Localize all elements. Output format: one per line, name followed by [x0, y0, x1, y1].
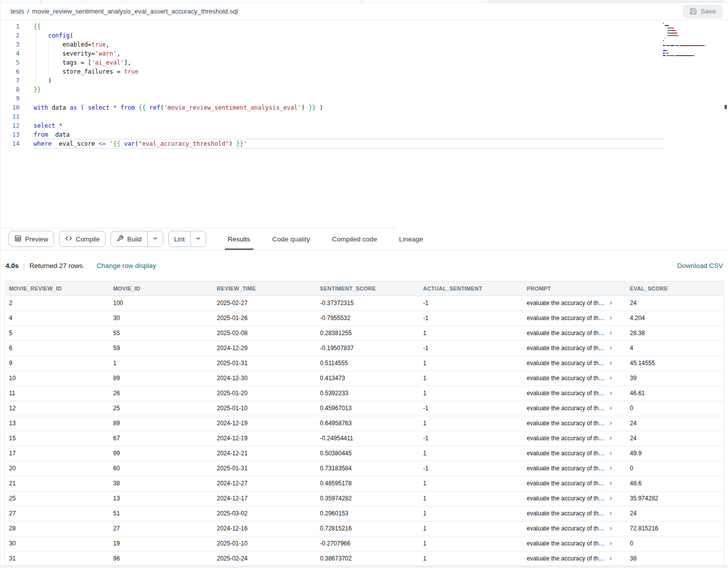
command-buttons: Preview Compile Build [1, 231, 206, 247]
table-cell: 2024-12-19 [213, 416, 316, 431]
table-cell: 2025-01-20 [213, 386, 316, 401]
build-dropdown-toggle[interactable] [148, 231, 163, 246]
build-button-label: Build [127, 235, 142, 243]
code-line[interactable]: 6 store_failures = true [1, 67, 728, 76]
chevron-right-icon[interactable] [608, 526, 613, 531]
code-line[interactable]: 2 config( [1, 31, 728, 40]
table-cell: 26 [109, 386, 213, 401]
results-table: MOVIE_REVIEW_IDMOVIE_IDREVIEW_TIMESENTIM… [5, 281, 724, 565]
table-cell: 13 [5, 416, 109, 431]
breadcrumb: tests / movie_review_sentiment_analysis_… [11, 8, 238, 15]
code-line[interactable]: 8}} [1, 85, 728, 94]
lint-button[interactable]: Lint [169, 231, 190, 246]
code-line[interactable]: 10with data as ( select * from {{ ref('m… [1, 103, 728, 112]
code-line[interactable]: 14where eval_score <= '{{ var("eval_accu… [1, 139, 728, 148]
chevron-right-icon[interactable] [608, 346, 613, 351]
chevron-right-icon[interactable] [608, 301, 613, 306]
chevron-right-icon[interactable] [608, 481, 613, 486]
table-cell: -1 [419, 341, 523, 356]
minimap[interactable] [663, 23, 722, 58]
prompt-cell[interactable]: evaluate the accuracy of the res… [523, 371, 626, 386]
table-cell: 0.28381255 [316, 326, 419, 341]
code-line[interactable]: 12select * [1, 121, 728, 130]
code-line[interactable]: 9 [1, 94, 728, 103]
table-cell: 0.48595178 [316, 476, 419, 491]
tab-results[interactable]: Results [217, 228, 261, 250]
prompt-cell[interactable]: evaluate the accuracy of the res… [523, 431, 626, 446]
prompt-cell[interactable]: evaluate the accuracy of the res… [523, 461, 626, 476]
chevron-right-icon[interactable] [608, 361, 613, 366]
breadcrumb-folder: tests [11, 8, 24, 15]
code-line[interactable]: 1{{ [1, 22, 728, 31]
prompt-cell[interactable]: evaluate the accuracy of the res… [523, 551, 626, 565]
chevron-right-icon[interactable] [608, 436, 613, 441]
table-cell: 2025-01-10 [213, 536, 316, 551]
code-line[interactable]: 5 tags = ['ai_eval'], [1, 58, 728, 67]
prompt-cell[interactable]: evaluate the accuracy of the res… [523, 536, 626, 551]
prompt-cell[interactable]: evaluate the accuracy of the res… [523, 476, 626, 491]
code-line[interactable]: 7 ) [1, 76, 728, 85]
code-line-text: config( [34, 31, 74, 40]
prompt-cell[interactable]: evaluate the accuracy of the res… [523, 356, 626, 371]
chevron-right-icon[interactable] [608, 511, 613, 516]
code-line[interactable]: 4 severity='warn', [1, 49, 728, 58]
chevron-right-icon[interactable] [608, 391, 613, 396]
table-cell: 2024-12-21 [213, 446, 316, 461]
line-number: 10 [1, 103, 20, 112]
compile-button[interactable]: Compile [59, 231, 106, 247]
prompt-text: evaluate the accuracy of the res… [527, 300, 605, 307]
prompt-cell[interactable]: evaluate the accuracy of the res… [523, 341, 626, 356]
chevron-right-icon[interactable] [608, 421, 613, 426]
code-line[interactable]: 11 [1, 112, 728, 121]
prompt-cell[interactable]: evaluate the accuracy of the res… [523, 296, 626, 311]
chevron-right-icon[interactable] [608, 556, 613, 561]
table-cell: 27 [109, 521, 213, 536]
prompt-cell[interactable]: evaluate the accuracy of the res… [523, 521, 626, 536]
table-cell: 24 [626, 296, 723, 311]
lint-dropdown-toggle[interactable] [191, 231, 206, 246]
prompt-cell[interactable]: evaluate the accuracy of the res… [523, 506, 626, 521]
tab-compiled-code[interactable]: Compiled code [321, 228, 388, 250]
horizontal-scrollbar-track[interactable] [1, 565, 728, 568]
prompt-cell[interactable]: evaluate the accuracy of the res… [523, 401, 626, 416]
results-tabs: ResultsCode qualityCompiled codeLineage [217, 228, 434, 250]
prompt-cell[interactable]: evaluate the accuracy of the res… [523, 386, 626, 401]
change-row-display-link[interactable]: Change row display [97, 262, 156, 269]
table-cell: 27 [5, 506, 109, 521]
table-header-row: MOVIE_REVIEW_IDMOVIE_IDREVIEW_TIMESENTIM… [5, 281, 723, 296]
table-cell: 25 [5, 491, 109, 506]
table-grid-icon [15, 235, 22, 243]
prompt-cell[interactable]: evaluate the accuracy of the res… [523, 326, 626, 341]
tab-code-quality[interactable]: Code quality [261, 228, 321, 250]
chevron-right-icon[interactable] [608, 376, 613, 381]
code-line[interactable]: 13from data [1, 130, 728, 139]
table-cell: 45.14555 [626, 356, 723, 371]
download-csv-link[interactable]: Download CSV [677, 262, 723, 269]
code-line-text: store_failures = true [34, 67, 139, 76]
code-line-text: }} [34, 85, 41, 94]
chevron-right-icon[interactable] [608, 406, 613, 411]
column-header-actual_sentiment: ACTUAL_SENTIMENT [419, 281, 523, 296]
table-cell: 0.64958763 [316, 416, 419, 431]
chevron-right-icon[interactable] [608, 451, 613, 456]
prompt-cell[interactable]: evaluate the accuracy of the res… [523, 446, 626, 461]
editor-scrollbar[interactable] [724, 20, 727, 228]
build-button[interactable]: Build [111, 231, 147, 246]
prompt-cell[interactable]: evaluate the accuracy of the res… [523, 491, 626, 506]
save-button[interactable]: Save [683, 5, 722, 19]
table-cell: 48.6 [626, 476, 723, 491]
chevron-right-icon[interactable] [608, 466, 613, 471]
code-editor[interactable]: 1{{2 config(3 enabled=true,4 severity='w… [1, 20, 728, 228]
scrollbar-thumb[interactable] [724, 105, 727, 109]
prompt-cell[interactable]: evaluate the accuracy of the res… [523, 311, 626, 326]
tab-lineage[interactable]: Lineage [388, 228, 434, 250]
chevron-right-icon[interactable] [608, 316, 613, 321]
chevron-right-icon[interactable] [608, 496, 613, 501]
preview-button[interactable]: Preview [9, 231, 54, 247]
chevron-right-icon[interactable] [608, 331, 613, 336]
table-cell: 2024-12-27 [213, 476, 316, 491]
chevron-right-icon[interactable] [608, 541, 613, 546]
table-cell: 46.61 [626, 386, 723, 401]
code-line[interactable]: 3 enabled=true, [1, 40, 728, 49]
prompt-cell[interactable]: evaluate the accuracy of the res… [523, 416, 626, 431]
